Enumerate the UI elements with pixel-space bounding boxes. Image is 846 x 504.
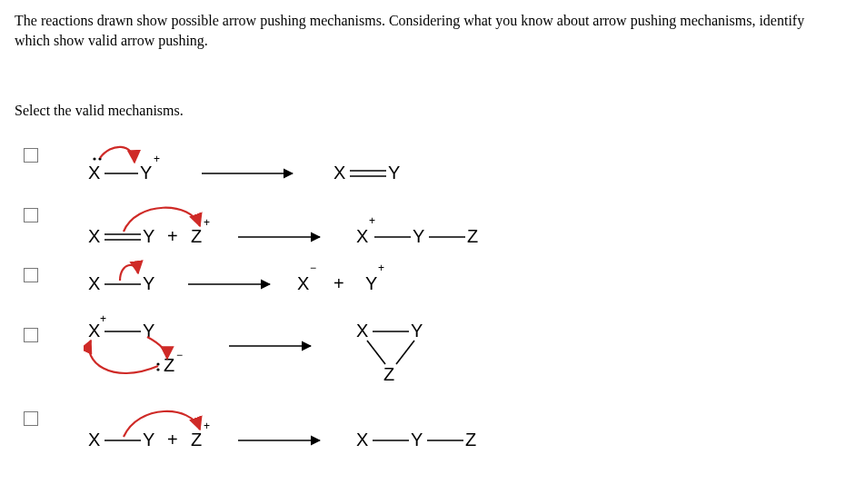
- svg-point-0: [93, 158, 95, 161]
- svg-text:Z: Z: [383, 364, 394, 384]
- svg-text:+: +: [333, 273, 344, 293]
- svg-text:Y: Y: [365, 273, 377, 293]
- option-row: X Y + X Y: [24, 135, 831, 190]
- svg-text:+: +: [204, 420, 210, 432]
- svg-text:X: X: [356, 430, 368, 450]
- svg-text:X: X: [88, 430, 100, 450]
- svg-point-39: [156, 369, 159, 371]
- options-group: X Y + X Y X Y + Z +: [15, 135, 831, 453]
- checkbox[interactable]: [24, 208, 38, 222]
- svg-text:Z: Z: [465, 430, 476, 450]
- svg-text:+: +: [100, 315, 106, 325]
- svg-text:+: +: [378, 262, 384, 274]
- checkbox[interactable]: [24, 268, 38, 282]
- svg-text:Y: Y: [411, 430, 423, 450]
- svg-text:X: X: [88, 226, 100, 246]
- mechanism-diagram-4: X + Y Z − X Y Z: [84, 315, 502, 393]
- svg-text:Y: Y: [411, 321, 423, 341]
- svg-text:Z: Z: [467, 226, 478, 246]
- option-row: X + Y Z − X Y Z: [24, 315, 831, 393]
- svg-text:Z: Z: [164, 355, 174, 375]
- option-row: X Y X − + Y +: [24, 255, 831, 310]
- svg-text:Z: Z: [191, 226, 202, 246]
- svg-text:+: +: [167, 430, 178, 450]
- option-row: X Y + Z + X Y Z: [24, 399, 831, 453]
- mechanism-diagram-2: X Y + Z + X + Y Z: [84, 195, 556, 250]
- svg-text:−: −: [310, 262, 316, 274]
- svg-text:X: X: [356, 321, 368, 341]
- mechanism-diagram-3: X Y X − + Y +: [84, 255, 483, 310]
- svg-text:+: +: [167, 226, 178, 246]
- svg-text:+: +: [204, 216, 210, 229]
- svg-text:Y: Y: [143, 273, 154, 293]
- svg-text:Y: Y: [143, 226, 154, 246]
- svg-text:X: X: [297, 273, 309, 293]
- mechanism-diagram-5: X Y + Z + X Y Z: [84, 399, 556, 453]
- svg-text:X: X: [88, 321, 100, 341]
- svg-text:Y: Y: [143, 430, 154, 450]
- question-intro: The reactions drawn show possible arrow …: [15, 11, 831, 50]
- svg-text:Y: Y: [413, 226, 424, 246]
- svg-text:+: +: [154, 153, 160, 165]
- svg-text:Y: Y: [388, 163, 400, 183]
- svg-text:X: X: [88, 163, 100, 183]
- checkbox[interactable]: [24, 411, 38, 426]
- svg-point-38: [156, 363, 159, 366]
- svg-text:−: −: [176, 349, 183, 361]
- svg-text:X: X: [333, 163, 345, 183]
- svg-text:X: X: [88, 273, 100, 293]
- svg-line-46: [367, 341, 385, 364]
- checkbox[interactable]: [24, 328, 38, 342]
- svg-text:+: +: [369, 214, 375, 227]
- checkbox[interactable]: [24, 148, 38, 163]
- option-row: X Y + Z + X + Y Z: [24, 195, 831, 250]
- svg-text:Y: Y: [140, 163, 152, 183]
- svg-text:Z: Z: [191, 430, 202, 450]
- question-prompt: Select the valid mechanisms.: [15, 103, 831, 119]
- mechanism-diagram-1: X Y + X Y: [84, 135, 483, 190]
- svg-text:X: X: [356, 226, 368, 246]
- svg-line-47: [396, 341, 414, 364]
